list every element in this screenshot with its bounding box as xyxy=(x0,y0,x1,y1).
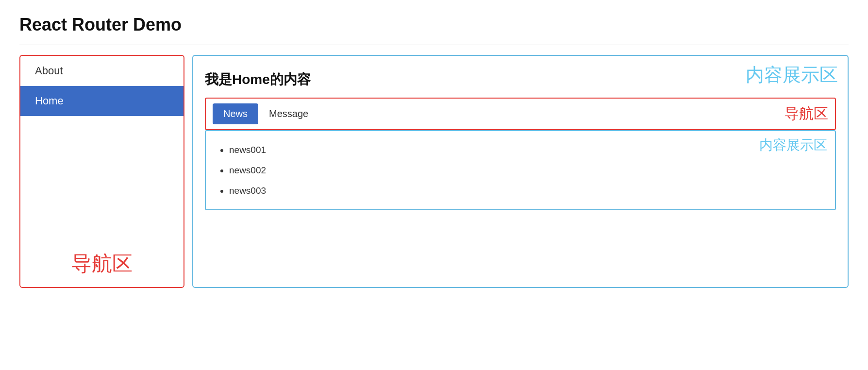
news-list: news001 news002 news003 xyxy=(216,140,825,201)
nav-zone-label: 导航区 xyxy=(71,250,133,277)
left-nav-panel: About Home 导航区 xyxy=(19,55,184,288)
inner-nav-box: News Message 导航区 xyxy=(205,98,836,130)
nav-item-about[interactable]: About xyxy=(20,56,184,86)
tab-news[interactable]: News xyxy=(213,103,258,124)
tab-message[interactable]: Message xyxy=(258,103,319,124)
divider xyxy=(19,45,849,45)
list-item: news001 xyxy=(229,140,825,160)
inner-nav-zone-label: 导航区 xyxy=(785,104,828,124)
nav-item-home[interactable]: Home xyxy=(20,86,184,116)
content-area-label-top: 内容展示区 xyxy=(746,63,838,87)
inner-nav-tabs: News Message xyxy=(213,103,319,124)
inner-content-area-label: 内容展示区 xyxy=(759,136,827,154)
right-content-panel: 内容展示区 我是Home的内容 News Message 导航区 内容展示区 n… xyxy=(192,55,849,288)
page-title: React Router Demo xyxy=(19,15,849,35)
list-item: news003 xyxy=(229,181,825,201)
home-content-title: 我是Home的内容 xyxy=(205,70,836,89)
inner-content-box: 内容展示区 news001 news002 news003 xyxy=(205,130,836,210)
main-layout: About Home 导航区 内容展示区 我是Home的内容 News Mess… xyxy=(19,55,849,288)
list-item: news002 xyxy=(229,160,825,181)
